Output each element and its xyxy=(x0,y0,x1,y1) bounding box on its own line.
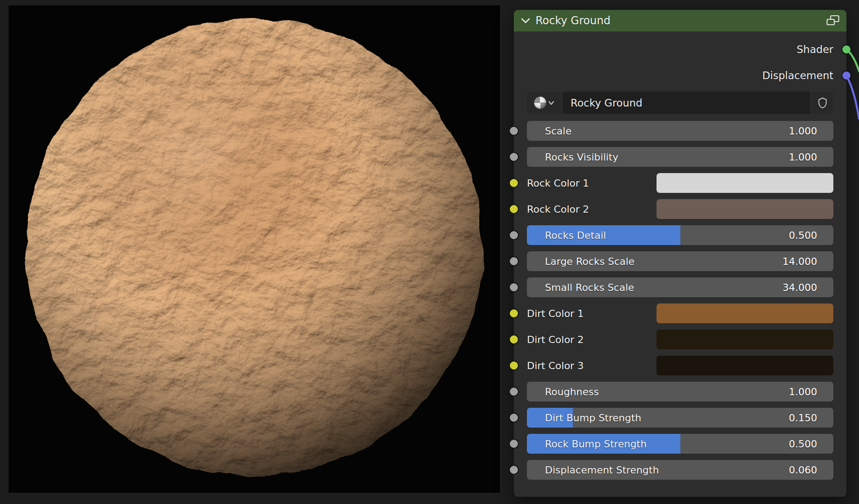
input-socket-rocks-detail[interactable] xyxy=(509,230,519,240)
fake-user-button[interactable] xyxy=(812,92,833,114)
param-row-large-rocks-scale: Large Rocks Scale14.000 xyxy=(527,251,833,271)
param-label: Rock Color 1 xyxy=(527,178,589,189)
param-slider-scale[interactable]: Scale1.000 xyxy=(527,121,833,141)
param-row-scale: Scale1.000 xyxy=(527,121,833,141)
input-socket-small-rocks-scale[interactable] xyxy=(509,282,519,292)
param-label: Rocks Visibility xyxy=(545,152,618,163)
param-row-dirt-color-1: Dirt Color 1 xyxy=(527,303,833,323)
input-socket-rock-color-2[interactable] xyxy=(509,204,519,214)
color-swatch-dirt-color-1[interactable] xyxy=(657,303,833,323)
preview-viewport xyxy=(9,5,500,493)
param-value: 14.000 xyxy=(783,256,817,267)
param-value: 1.000 xyxy=(789,125,817,137)
material-preview-icon xyxy=(534,97,546,109)
input-socket-rocks-visibility[interactable] xyxy=(509,152,519,162)
param-value: 0.500 xyxy=(789,438,817,450)
output-label-displacement: Displacement xyxy=(762,70,833,81)
param-slider-roughness[interactable]: Roughness1.000 xyxy=(527,382,833,401)
param-row-small-rocks-scale: Small Rocks Scale34.000 xyxy=(527,277,833,297)
param-row-roughness: Roughness1.000 xyxy=(527,382,833,401)
node-rocky-ground: Rocky Ground Shader Displacement R xyxy=(514,10,846,497)
param-value: 1.000 xyxy=(789,152,817,163)
param-row-rocks-visibility: Rocks Visibility1.000 xyxy=(527,147,833,167)
param-row-dirt-color-3: Dirt Color 3 xyxy=(527,356,833,375)
collapse-chevron-icon[interactable] xyxy=(521,18,530,23)
chevron-down-icon xyxy=(549,101,554,105)
material-preview-sphere xyxy=(18,13,491,486)
node-params: Scale1.000Rocks Visibility1.000Rock Colo… xyxy=(527,121,833,480)
param-row-displacement-strength: Displacement Strength0.060 xyxy=(527,460,833,480)
param-label: Small Rocks Scale xyxy=(545,282,634,293)
node-body: Shader Displacement Rocky Ground xyxy=(514,31,846,497)
displacement-wire xyxy=(846,76,859,119)
param-slider-rock-bump-strength[interactable]: Rock Bump Strength0.500 xyxy=(527,434,833,454)
input-socket-displacement-strength[interactable] xyxy=(509,465,519,475)
input-socket-dirt-color-1[interactable] xyxy=(509,308,519,318)
input-socket-rock-bump-strength[interactable] xyxy=(509,439,519,449)
material-selector: Rocky Ground xyxy=(527,92,833,114)
node-header[interactable]: Rocky Ground xyxy=(514,10,846,31)
input-socket-dirt-bump-strength[interactable] xyxy=(509,413,519,423)
material-name-field[interactable]: Rocky Ground xyxy=(562,92,810,114)
param-value: 0.060 xyxy=(789,464,817,476)
param-row-rocks-detail: Rocks Detail0.500 xyxy=(527,225,833,245)
param-label: Rocks Detail xyxy=(545,230,606,241)
param-label: Dirt Color 3 xyxy=(527,360,584,371)
displacement-output-socket[interactable] xyxy=(841,71,851,80)
material-browse-button[interactable] xyxy=(527,92,561,114)
color-swatch-dirt-color-3[interactable] xyxy=(657,356,833,375)
input-socket-scale[interactable] xyxy=(509,126,519,136)
node-title: Rocky Ground xyxy=(535,14,611,27)
param-row-dirt-bump-strength: Dirt Bump Strength0.150 xyxy=(527,408,833,428)
output-row-displacement: Displacement xyxy=(527,66,833,85)
input-socket-dirt-color-3[interactable] xyxy=(509,361,519,370)
material-name: Rocky Ground xyxy=(571,97,643,109)
param-label: Rock Color 2 xyxy=(527,204,589,215)
output-row-shader: Shader xyxy=(527,40,833,59)
param-slider-rocks-detail[interactable]: Rocks Detail0.500 xyxy=(527,225,833,245)
param-slider-large-rocks-scale[interactable]: Large Rocks Scale14.000 xyxy=(527,251,833,271)
color-swatch-rock-color-1[interactable] xyxy=(657,173,833,193)
param-label: Dirt Bump Strength xyxy=(545,412,641,424)
param-row-dirt-color-2: Dirt Color 2 xyxy=(527,330,833,349)
param-row-rock-color-2: Rock Color 2 xyxy=(527,199,833,219)
color-swatch-rock-color-2[interactable] xyxy=(657,199,833,219)
param-label: Scale xyxy=(545,125,571,137)
color-swatch-dirt-color-2[interactable] xyxy=(657,330,833,349)
input-socket-large-rocks-scale[interactable] xyxy=(509,256,519,266)
param-slider-rocks-visibility[interactable]: Rocks Visibility1.000 xyxy=(527,147,833,167)
param-value: 1.000 xyxy=(789,386,817,397)
param-label: Displacement Strength xyxy=(545,464,659,476)
output-label-shader: Shader xyxy=(797,44,833,55)
param-row-rock-bump-strength: Rock Bump Strength0.500 xyxy=(527,434,833,454)
param-value: 0.150 xyxy=(789,412,817,424)
param-slider-small-rocks-scale[interactable]: Small Rocks Scale34.000 xyxy=(527,277,833,297)
param-value: 0.500 xyxy=(789,230,817,241)
input-socket-roughness[interactable] xyxy=(509,387,519,397)
param-value: 34.000 xyxy=(783,282,817,293)
param-slider-dirt-bump-strength[interactable]: Dirt Bump Strength0.150 xyxy=(527,408,833,428)
param-label: Roughness xyxy=(545,386,599,397)
param-label: Dirt Color 2 xyxy=(527,334,584,345)
input-socket-rock-color-1[interactable] xyxy=(509,178,519,188)
node-group-icon xyxy=(826,15,840,27)
param-row-rock-color-1: Rock Color 1 xyxy=(527,173,833,193)
shader-output-socket[interactable] xyxy=(841,45,851,54)
param-slider-displacement-strength[interactable]: Displacement Strength0.060 xyxy=(527,460,833,480)
param-label: Dirt Color 1 xyxy=(527,308,584,319)
param-label: Rock Bump Strength xyxy=(545,438,647,450)
input-socket-dirt-color-2[interactable] xyxy=(509,335,519,344)
param-label: Large Rocks Scale xyxy=(545,256,634,267)
shield-icon xyxy=(818,97,828,109)
